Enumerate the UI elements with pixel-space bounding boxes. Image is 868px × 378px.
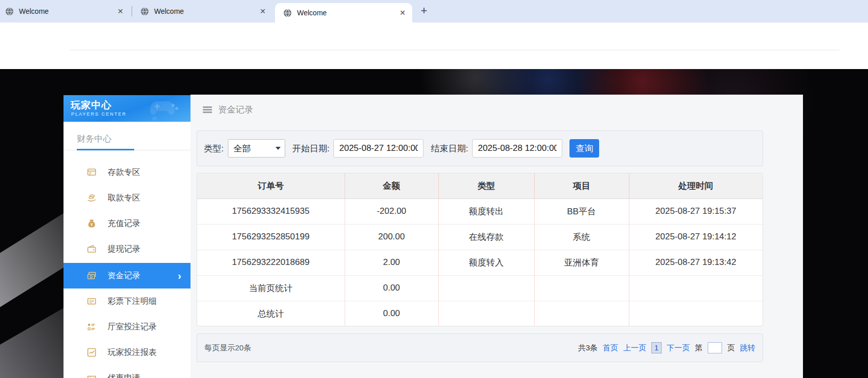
sidebar-title: 玩家中心 <box>71 99 112 112</box>
cell-project: 系统 <box>534 224 629 250</box>
start-date-input[interactable] <box>333 139 424 158</box>
sidebar-item-label: 存款专区 <box>108 167 140 178</box>
next-page-link[interactable]: 下一页 <box>667 343 690 353</box>
sidebar-item-lottery-bet-details[interactable]: 彩票下注明细 <box>63 288 190 314</box>
total-count-text: 共3条 <box>578 343 598 353</box>
chevron-right-icon: › <box>178 271 181 281</box>
sidebar: 玩家中心 PLAYERS CENTER 财务中心 存款专区 取款专区 充值记录 … <box>63 95 190 378</box>
sidebar-item-hall-bet-records[interactable]: 厅室投注记录 <box>63 314 190 340</box>
search-button[interactable]: 查询 <box>569 139 599 158</box>
sidebar-item-label: 资金记录 <box>108 271 140 281</box>
breadcrumb: 资金记录 <box>203 104 253 116</box>
main-panel: 资金记录 类型: 全部 开始日期: 结束日期: 查询 订单号 <box>190 95 803 378</box>
column-header-time: 处理时间 <box>629 173 763 198</box>
first-page-link[interactable]: 首页 <box>603 343 618 353</box>
cell-project: BB平台 <box>534 198 629 224</box>
close-icon[interactable]: ✕ <box>397 8 408 18</box>
sidebar-item-deposit-zone[interactable]: 存款专区 <box>63 160 190 185</box>
sidebar-item-label: 取款专区 <box>108 193 140 204</box>
table-header-row: 订单号 金额 类型 项目 处理时间 <box>197 173 763 198</box>
sidebar-item-promo-apply[interactable]: 优惠申请 <box>63 365 190 378</box>
cell-amount: 0.00 <box>345 275 438 301</box>
cell-amount: -202.00 <box>345 198 438 224</box>
table-row-page-total: 当前页统计 0.00 <box>197 275 763 301</box>
current-page-indicator[interactable]: 1 <box>651 342 662 353</box>
gamepad-icon <box>146 97 186 121</box>
sidebar-item-label: 充值记录 <box>108 218 140 229</box>
page-size-text: 每页显示20条 <box>204 343 251 353</box>
jump-prefix-label: 第 <box>695 343 703 353</box>
cell-label: 当前页统计 <box>197 275 345 301</box>
sidebar-item-label: 玩家投注报表 <box>108 347 157 358</box>
sidebar-item-label: 优惠申请 <box>108 373 140 378</box>
cell-empty <box>534 301 629 326</box>
wallet-icon <box>87 244 96 254</box>
cell-empty <box>629 301 763 326</box>
jump-page-input[interactable] <box>708 342 722 353</box>
cell-label: 总统计 <box>197 301 345 326</box>
start-date-label: 开始日期: <box>292 143 330 154</box>
hand-coins-icon <box>87 193 96 203</box>
menu-toggle-icon[interactable] <box>203 106 212 113</box>
tab-title: Welcome <box>19 7 111 15</box>
filter-bar: 类型: 全部 开始日期: 结束日期: 查询 <box>197 130 763 166</box>
table-row: 1756293222018689 2.00 额度转入 亚洲体育 2025-08-… <box>197 250 763 275</box>
end-date-input[interactable] <box>472 139 562 158</box>
jump-link[interactable]: 跳转 <box>740 343 755 353</box>
sidebar-item-label: 提现记录 <box>108 244 140 255</box>
globe-favicon <box>140 7 149 16</box>
pagination-bar: 每页显示20条 共3条 首页 上一页 1 下一页 第 页 跳转 <box>197 333 763 362</box>
new-tab-button[interactable]: + <box>417 4 431 18</box>
browser-toolbar: js13.cc/hhcp/usercenter.html?iniType=6 <box>0 23 868 51</box>
sidebar-item-withdraw-zone[interactable]: 取款专区 <box>63 185 190 211</box>
cell-amount: 200.00 <box>345 224 438 250</box>
sidebar-section-label: 财务中心 <box>77 133 112 145</box>
cell-type: 额度转入 <box>438 250 534 275</box>
prev-page-link[interactable]: 上一页 <box>623 343 646 353</box>
close-icon[interactable]: ✕ <box>115 6 126 16</box>
sidebar-item-label: 彩票下注明细 <box>108 296 157 307</box>
cell-amount: 0.00 <box>345 301 438 326</box>
tab-title: Welcome <box>297 9 393 17</box>
cell-order-no: 1756293222018689 <box>197 250 345 275</box>
column-header-order-no: 订单号 <box>197 173 345 198</box>
cell-amount: 2.00 <box>345 250 438 275</box>
close-icon[interactable]: ✕ <box>257 6 268 16</box>
money-bag-icon <box>87 219 96 228</box>
sidebar-subtitle: PLAYERS CENTER <box>71 112 126 117</box>
cell-empty <box>438 301 534 326</box>
cell-order-no: 1756293332415935 <box>197 198 345 224</box>
cell-empty <box>534 275 629 301</box>
table-row-grand-total: 总统计 0.00 <box>197 301 763 326</box>
column-header-type: 类型 <box>438 173 534 198</box>
tab-strip: Welcome ✕ Welcome ✕ Welcome ✕ + <box>0 0 868 23</box>
tab-welcome-1[interactable]: Welcome ✕ <box>0 0 129 23</box>
list-squares-icon <box>87 322 96 331</box>
list-card-icon <box>87 297 96 306</box>
tab-welcome-2[interactable]: Welcome ✕ <box>134 0 271 23</box>
ticket-icon <box>87 373 96 378</box>
cell-time: 2025-08-27 19:13:42 <box>629 250 763 275</box>
sidebar-header: 玩家中心 PLAYERS CENTER <box>63 95 190 122</box>
deposit-machine-icon <box>87 168 96 177</box>
sidebar-item-withdrawal-records[interactable]: 提现记录 <box>63 236 190 262</box>
type-label: 类型: <box>204 143 224 154</box>
browser-window: Welcome ✕ Welcome ✕ Welcome ✕ + js13.cc/… <box>0 0 868 378</box>
tab-separator <box>132 6 132 16</box>
globe-favicon <box>283 9 292 17</box>
section-underline <box>77 149 134 150</box>
sidebar-item-label: 厅室投注记录 <box>108 322 157 332</box>
globe-favicon <box>5 7 14 16</box>
cell-empty <box>438 275 534 301</box>
banknotes-icon <box>87 271 96 280</box>
cell-type: 额度转出 <box>438 198 534 224</box>
cell-empty <box>629 275 763 301</box>
sidebar-item-recharge-records[interactable]: 充值记录 <box>63 211 190 236</box>
type-select[interactable]: 全部 <box>228 139 285 158</box>
table-row: 1756293252850199 200.00 在线存款 系统 2025-08-… <box>197 224 763 250</box>
bookmarks-bar: 宝 百度一下 <box>0 51 868 69</box>
sidebar-item-player-bet-report[interactable]: 玩家投注报表 <box>63 340 190 365</box>
sidebar-item-funds-records[interactable]: 资金记录 › <box>63 263 190 288</box>
chart-report-icon <box>87 348 96 357</box>
tab-welcome-3-active[interactable]: Welcome ✕ <box>275 3 412 23</box>
